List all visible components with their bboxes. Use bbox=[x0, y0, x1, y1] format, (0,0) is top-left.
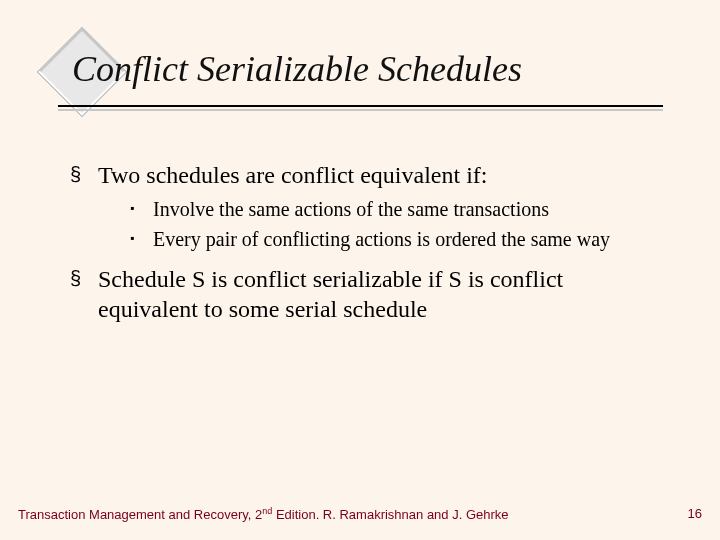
page-number: 16 bbox=[688, 506, 702, 521]
footer-superscript: nd bbox=[262, 506, 272, 516]
bullet-text: Two schedules are conflict equivalent if… bbox=[98, 160, 658, 190]
bullet-glyph: ▪ bbox=[130, 196, 148, 220]
footer-text-post: Edition. R. Ramakrishnan and J. Gehrke bbox=[272, 507, 508, 522]
bullet-glyph: § bbox=[70, 160, 92, 188]
footer-citation: Transaction Management and Recovery, 2nd… bbox=[18, 506, 509, 522]
bullet-text: Involve the same actions of the same tra… bbox=[153, 196, 643, 222]
slide-footer: Transaction Management and Recovery, 2nd… bbox=[18, 506, 702, 522]
title-underline bbox=[58, 105, 663, 107]
bullet-level2: ▪ Every pair of conflicting actions is o… bbox=[130, 226, 660, 252]
footer-text-pre: Transaction Management and Recovery, 2 bbox=[18, 507, 262, 522]
slide: Conflict Serializable Schedules § Two sc… bbox=[0, 0, 720, 540]
bullet-level2: ▪ Involve the same actions of the same t… bbox=[130, 196, 660, 222]
bullet-text: Schedule S is conflict serializable if S… bbox=[98, 264, 658, 324]
sub-bullet-group: ▪ Involve the same actions of the same t… bbox=[130, 196, 660, 252]
bullet-text: Every pair of conflicting actions is ord… bbox=[153, 226, 643, 252]
bullet-glyph: ▪ bbox=[130, 226, 148, 250]
bullet-level1: § Schedule S is conflict serializable if… bbox=[70, 264, 660, 324]
slide-body: § Two schedules are conflict equivalent … bbox=[70, 160, 660, 330]
bullet-level1: § Two schedules are conflict equivalent … bbox=[70, 160, 660, 190]
slide-title: Conflict Serializable Schedules bbox=[72, 48, 522, 90]
bullet-glyph: § bbox=[70, 264, 92, 292]
